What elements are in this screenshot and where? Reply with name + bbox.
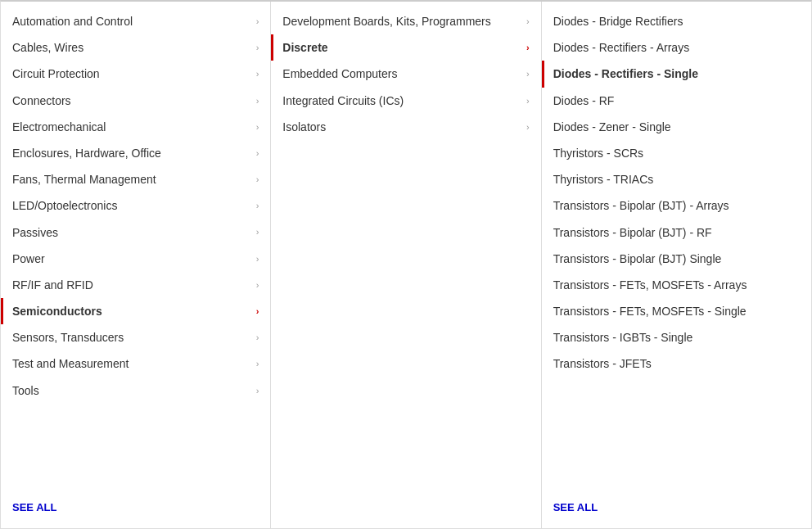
- menu-item-tools[interactable]: Tools›: [1, 378, 270, 404]
- menu-item-label-transistors-fet-arrays: Transistors - FETs, MOSFETs - Arrays: [553, 278, 800, 292]
- chevron-icon-rfid: ›: [256, 279, 259, 291]
- menu-item-label-thyristors-scr: Thyristors - SCRs: [553, 146, 800, 161]
- menu-item-automation[interactable]: Automation and Control›: [1, 8, 270, 34]
- menu-item-diodes-zener[interactable]: Diodes - Zener - Single: [542, 114, 811, 140]
- menu-item-label-diodes-zener: Diodes - Zener - Single: [553, 120, 800, 134]
- menu-item-sensors[interactable]: Sensors, Transducers›: [1, 324, 270, 350]
- menu-item-label-transistors-fet-single: Transistors - FETs, MOSFETs - Single: [553, 304, 800, 319]
- menu-container: Automation and Control›Cables, Wires›Cir…: [0, 0, 812, 529]
- menu-item-led[interactable]: LED/Optoelectronics›: [1, 192, 270, 219]
- menu-item-label-diodes-single: Diodes - Rectifiers - Single: [553, 66, 800, 81]
- menu-item-transistors-fet-single[interactable]: Transistors - FETs, MOSFETs - Single: [542, 298, 811, 324]
- chevron-icon-fans: ›: [256, 174, 259, 185]
- menu-item-label-circuit: Circuit Protection: [12, 66, 251, 81]
- menu-item-label-cables: Cables, Wires: [12, 40, 251, 55]
- menu-item-diodes-rf[interactable]: Diodes - RF: [542, 88, 811, 114]
- menu-item-label-diodes-bridge: Diodes - Bridge Rectifiers: [553, 14, 800, 29]
- menu-item-passives[interactable]: Passives›: [1, 219, 270, 246]
- chevron-icon-automation: ›: [256, 16, 259, 27]
- menu-item-diodes-single[interactable]: Diodes - Rectifiers - Single: [542, 61, 811, 87]
- chevron-icon-passives: ›: [256, 226, 259, 237]
- menu-item-cables[interactable]: Cables, Wires›: [1, 34, 270, 61]
- chevron-icon-isolators: ›: [526, 121, 530, 133]
- menu-item-label-fans: Fans, Thermal Management: [12, 172, 251, 187]
- menu-item-label-embedded: Embedded Computers: [282, 66, 521, 81]
- menu-item-diodes-arrays[interactable]: Diodes - Rectifiers - Arrays: [542, 34, 811, 61]
- chevron-icon-semiconductors: ›: [256, 305, 259, 317]
- menu-item-label-transistors-jfet: Transistors - JFETs: [553, 356, 800, 371]
- see-all-col3[interactable]: SEE ALL: [542, 490, 811, 522]
- menu-item-label-diodes-arrays: Diodes - Rectifiers - Arrays: [553, 40, 800, 55]
- menu-item-thyristors-triac[interactable]: Thyristors - TRIACs: [542, 166, 811, 192]
- menu-item-diodes-bridge[interactable]: Diodes - Bridge Rectifiers: [542, 8, 811, 34]
- chevron-icon-dev-boards: ›: [526, 16, 530, 27]
- menu-item-electromechanical[interactable]: Electromechanical›: [1, 114, 270, 140]
- menu-item-label-transistors-bjt-rf: Transistors - Bipolar (BJT) - RF: [553, 225, 800, 240]
- menu-item-rfid[interactable]: RF/IF and RFID›: [1, 272, 270, 298]
- menu-item-isolators[interactable]: Isolators›: [271, 114, 540, 140]
- chevron-icon-sensors: ›: [256, 332, 259, 343]
- menu-item-circuit[interactable]: Circuit Protection›: [1, 61, 270, 87]
- menu-item-label-electromechanical: Electromechanical: [12, 120, 251, 134]
- chevron-icon-tools: ›: [256, 385, 259, 396]
- menu-item-label-power: Power: [12, 251, 251, 266]
- menu-item-label-sensors: Sensors, Transducers: [12, 330, 251, 345]
- chevron-icon-cables: ›: [256, 42, 259, 53]
- chevron-icon-embedded: ›: [526, 68, 530, 79]
- menu-item-label-rfid: RF/IF and RFID: [12, 278, 251, 292]
- menu-item-transistors-igbt[interactable]: Transistors - IGBTs - Single: [542, 324, 811, 350]
- chevron-icon-led: ›: [256, 200, 259, 211]
- chevron-icon-test: ›: [256, 358, 259, 369]
- menu-item-label-tools: Tools: [12, 383, 251, 398]
- see-all-col1[interactable]: SEE ALL: [1, 490, 270, 522]
- chevron-icon-electromechanical: ›: [256, 121, 259, 133]
- menu-item-label-transistors-igbt: Transistors - IGBTs - Single: [553, 330, 800, 345]
- menu-item-transistors-fet-arrays[interactable]: Transistors - FETs, MOSFETs - Arrays: [542, 272, 811, 298]
- menu-item-transistors-bjt-single[interactable]: Transistors - Bipolar (BJT) Single: [542, 246, 811, 272]
- menu-item-ics[interactable]: Integrated Circuits (ICs)›: [271, 88, 540, 114]
- menu-item-transistors-bjt-arrays[interactable]: Transistors - Bipolar (BJT) - Arrays: [542, 192, 811, 219]
- menu-item-discrete[interactable]: Discrete›: [271, 34, 540, 61]
- menu-item-label-automation: Automation and Control: [12, 14, 251, 29]
- menu-item-test[interactable]: Test and Measurement›: [1, 350, 270, 377]
- menu-item-label-thyristors-triac: Thyristors - TRIACs: [553, 172, 800, 187]
- menu-item-connectors[interactable]: Connectors›: [1, 88, 270, 114]
- chevron-icon-enclosures: ›: [256, 147, 259, 159]
- menu-item-label-diodes-rf: Diodes - RF: [553, 93, 800, 108]
- menu-item-label-test: Test and Measurement: [12, 356, 251, 371]
- chevron-icon-connectors: ›: [256, 95, 259, 106]
- menu-item-semiconductors[interactable]: Semiconductors›: [1, 298, 270, 324]
- menu-item-thyristors-scr[interactable]: Thyristors - SCRs: [542, 140, 811, 166]
- menu-item-dev-boards[interactable]: Development Boards, Kits, Programmers›: [271, 8, 540, 34]
- chevron-icon-ics: ›: [526, 95, 530, 106]
- chevron-icon-discrete: ›: [526, 42, 530, 53]
- column-2: Development Boards, Kits, Programmers›Di…: [271, 2, 541, 528]
- menu-item-label-semiconductors: Semiconductors: [12, 304, 251, 319]
- menu-item-label-ics: Integrated Circuits (ICs): [282, 93, 521, 108]
- menu-item-label-passives: Passives: [12, 225, 251, 240]
- menu-item-label-connectors: Connectors: [12, 93, 251, 108]
- menu-item-label-enclosures: Enclosures, Hardware, Office: [12, 146, 251, 161]
- chevron-icon-power: ›: [256, 253, 259, 264]
- menu-item-power[interactable]: Power›: [1, 246, 270, 272]
- column-3: Diodes - Bridge RectifiersDiodes - Recti…: [542, 2, 811, 528]
- menu-item-label-led: LED/Optoelectronics: [12, 198, 251, 213]
- menu-item-fans[interactable]: Fans, Thermal Management›: [1, 166, 270, 192]
- chevron-icon-circuit: ›: [256, 68, 259, 79]
- menu-item-label-transistors-bjt-arrays: Transistors - Bipolar (BJT) - Arrays: [553, 198, 800, 213]
- menu-item-label-dev-boards: Development Boards, Kits, Programmers: [282, 14, 521, 29]
- column-1: Automation and Control›Cables, Wires›Cir…: [1, 2, 271, 528]
- menu-item-label-discrete: Discrete: [282, 40, 521, 55]
- menu-item-transistors-bjt-rf[interactable]: Transistors - Bipolar (BJT) - RF: [542, 219, 811, 246]
- menu-item-enclosures[interactable]: Enclosures, Hardware, Office›: [1, 140, 270, 166]
- menu-item-label-isolators: Isolators: [282, 120, 521, 134]
- menu-item-transistors-jfet[interactable]: Transistors - JFETs: [542, 350, 811, 377]
- menu-item-label-transistors-bjt-single: Transistors - Bipolar (BJT) Single: [553, 251, 800, 266]
- menu-item-embedded[interactable]: Embedded Computers›: [271, 61, 540, 87]
